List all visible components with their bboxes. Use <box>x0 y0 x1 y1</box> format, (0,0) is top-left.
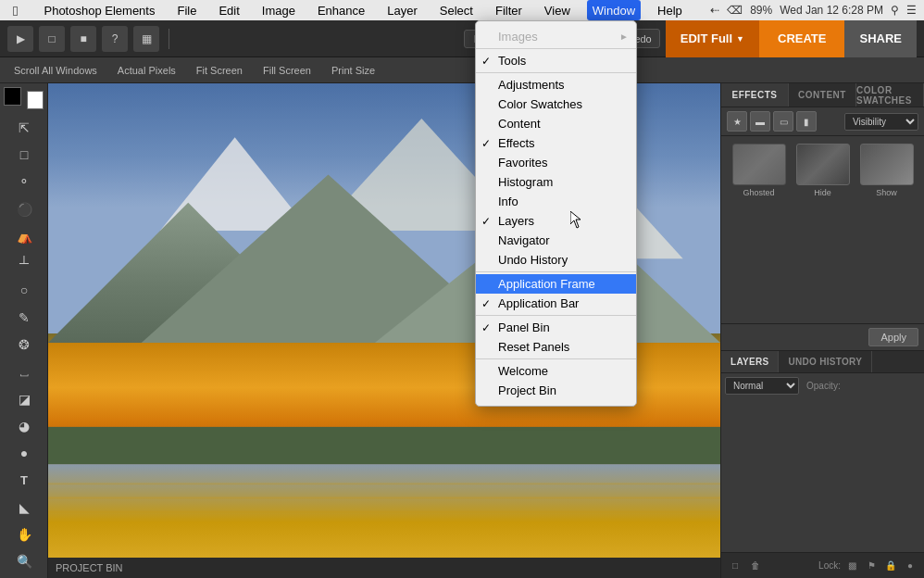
effect-show-thumb <box>860 144 914 185</box>
foreground-color[interactable] <box>4 87 21 106</box>
shape-tool[interactable]: ◣ <box>4 495 44 520</box>
menu-view[interactable]: View <box>539 0 576 20</box>
text-tool[interactable]: T <box>4 468 44 493</box>
menu-item-application-bar[interactable]: ✓ Application Bar <box>476 294 636 313</box>
menu-help[interactable]: Help <box>652 0 688 20</box>
menu-item-undo-history[interactable]: Undo History <box>476 250 636 270</box>
effect-show[interactable]: Show <box>856 144 917 316</box>
menu-item-histogram[interactable]: Histogram <box>476 172 636 192</box>
menu-item-favorites[interactable]: Favorites <box>476 153 636 172</box>
menu-item-reset-panels[interactable]: Reset Panels <box>476 337 636 357</box>
fit-screen-btn[interactable]: Fit Screen <box>188 62 251 79</box>
hand-tool[interactable]: ✋ <box>4 521 44 547</box>
menu-filter[interactable]: Filter <box>490 0 528 20</box>
effect-ghosted[interactable]: Ghosted <box>729 144 789 316</box>
fill-screen-btn[interactable]: Fill Screen <box>255 62 319 79</box>
tab-effects[interactable]: EFFECTS <box>721 83 789 107</box>
menu-app-name[interactable]: Photoshop Elements <box>38 0 160 20</box>
eyedropper-tool[interactable]: ┴ <box>4 250 44 275</box>
create-button[interactable]: CREATE <box>759 20 844 57</box>
apply-button[interactable]: Apply <box>868 328 918 346</box>
spot-healing-tool[interactable]: ○ <box>4 278 44 303</box>
blur-tool[interactable]: ◕ <box>4 413 44 438</box>
menu-image[interactable]: Image <box>256 0 301 20</box>
menu-item-content[interactable]: Content <box>476 114 636 133</box>
lock-position-icon[interactable]: 🔒 <box>882 558 899 574</box>
color-swatches-row <box>4 87 44 109</box>
control-center-icon[interactable]: ☰ <box>906 4 917 17</box>
delete-layer-icon[interactable]: 🗑 <box>747 558 764 574</box>
selection-tool[interactable]: □ <box>4 142 44 167</box>
menu-item-panel-bin[interactable]: ✓ Panel Bin <box>476 318 636 337</box>
menu-file[interactable]: File <box>171 0 202 20</box>
menu-item-project-bin[interactable]: Project Bin <box>476 381 636 400</box>
window-dropdown-menu[interactable]: ► Images ✓ Tools Adjustments Color Swatc… <box>475 20 637 407</box>
effect-hide[interactable]: Hide <box>793 144 853 316</box>
quick-icon-btn[interactable]: ■ <box>70 26 96 52</box>
tab-color-swatches[interactable]: COLOR SWATCHES <box>856 83 924 107</box>
lock-pixels-icon[interactable]: ⚑ <box>863 558 880 574</box>
print-size-btn[interactable]: Print Size <box>323 62 383 79</box>
menu-layer[interactable]: Layer <box>381 0 423 20</box>
menu-window[interactable]: Window <box>587 0 641 20</box>
expert-icon-btn[interactable]: □ <box>39 26 65 52</box>
edit-full-button[interactable]: EDIT Full ▼ <box>666 20 759 57</box>
eraser-tool[interactable]: ⎵ <box>4 359 44 384</box>
apple-menu[interactable]:  <box>7 0 23 20</box>
apply-row: Apply <box>721 323 924 350</box>
check-layers-icon: ✓ <box>481 215 491 228</box>
panel-tabs-bottom: LAYERS UNDO HISTORY <box>721 351 924 373</box>
scroll-all-windows-btn[interactable]: Scroll All Windows <box>6 62 106 79</box>
lasso-tool[interactable]: ⚬ <box>4 170 44 195</box>
menu-item-info[interactable]: Info <box>476 192 636 211</box>
new-layer-icon[interactable]: □ <box>727 558 743 574</box>
menu-item-images[interactable]: ► Images <box>476 27 636 46</box>
effects-photo-icon[interactable]: ▬ <box>750 111 770 132</box>
organizer-icon-btn[interactable]: ▦ <box>133 26 159 52</box>
move-tool[interactable]: ⇱ <box>4 115 44 140</box>
menu-item-application-frame[interactable]: Application Frame <box>476 274 636 294</box>
menu-item-layers[interactable]: ✓ Layers <box>476 211 636 231</box>
menu-item-welcome[interactable]: Welcome <box>476 361 636 381</box>
menu-section-welcome: Welcome Project Bin <box>476 359 636 402</box>
tab-layers[interactable]: LAYERS <box>721 351 779 372</box>
menu-item-navigator[interactable]: Navigator <box>476 231 636 250</box>
menu-bar-right: ⇠ ⌫ 89% Wed Jan 12 6:28 PM ⚲ ☰ <box>710 4 917 17</box>
lock-all-icon[interactable]: ● <box>902 558 918 574</box>
crop-tool[interactable]: ⛺ <box>4 223 44 248</box>
actual-pixels-btn[interactable]: Actual Pixels <box>109 62 184 79</box>
menu-bar-left:  Photoshop Elements File Edit Image Enh… <box>7 0 688 20</box>
menu-bar:  Photoshop Elements File Edit Image Enh… <box>0 0 924 20</box>
effects-filter-icon[interactable]: ★ <box>727 111 747 132</box>
lock-transparent-icon[interactable]: ▩ <box>843 558 860 574</box>
zoom-tool[interactable]: 🔍 <box>4 549 44 574</box>
menu-section-app-frame: Application Frame ✓ Application Bar <box>476 272 636 316</box>
menu-select[interactable]: Select <box>434 0 479 20</box>
quick-selection-tool[interactable]: ⚫ <box>4 196 44 221</box>
mode-icon-btn[interactable]: ▶ <box>7 26 33 52</box>
visibility-select[interactable]: Visibility <box>844 113 918 131</box>
tab-content[interactable]: CONTENT <box>789 83 856 107</box>
gradient-tool[interactable]: ◪ <box>4 386 44 411</box>
menu-item-tools[interactable]: ✓ Tools <box>476 51 636 70</box>
menu-item-effects[interactable]: ✓ Effects <box>476 133 636 153</box>
share-button[interactable]: SHARE <box>844 20 917 57</box>
main-area: ⇱ □ ⚬ ⚫ ⛺ ┴ ○ ✎ ❂ ⎵ ◪ ◕ ● T ◣ ✋ 🔍 <box>0 83 924 578</box>
layer-mode-select[interactable]: Normal <box>725 377 799 395</box>
effects-texture-icon[interactable]: ▭ <box>773 111 793 132</box>
menu-item-color-swatches[interactable]: Color Swatches <box>476 94 636 114</box>
help-icon-btn[interactable]: ? <box>102 26 128 52</box>
clone-stamp-tool[interactable]: ❂ <box>4 332 44 357</box>
battery-status: 89% <box>750 4 772 17</box>
brush-tool[interactable]: ✎ <box>4 305 44 330</box>
background-color[interactable] <box>27 91 44 109</box>
lock-icon-group: Lock: ▩ ⚑ 🔒 ● <box>818 558 918 574</box>
menu-edit[interactable]: Edit <box>213 0 244 20</box>
menu-enhance[interactable]: Enhance <box>312 0 370 20</box>
tab-undo-history[interactable]: UNDO HISTORY <box>779 351 872 372</box>
dodge-tool[interactable]: ● <box>4 441 44 466</box>
effects-frame-icon[interactable]: ▮ <box>796 111 817 132</box>
menu-item-adjustments[interactable]: Adjustments <box>476 75 636 94</box>
project-bin-bar[interactable]: PROJECT BIN <box>48 558 720 578</box>
search-icon[interactable]: ⚲ <box>891 4 899 17</box>
